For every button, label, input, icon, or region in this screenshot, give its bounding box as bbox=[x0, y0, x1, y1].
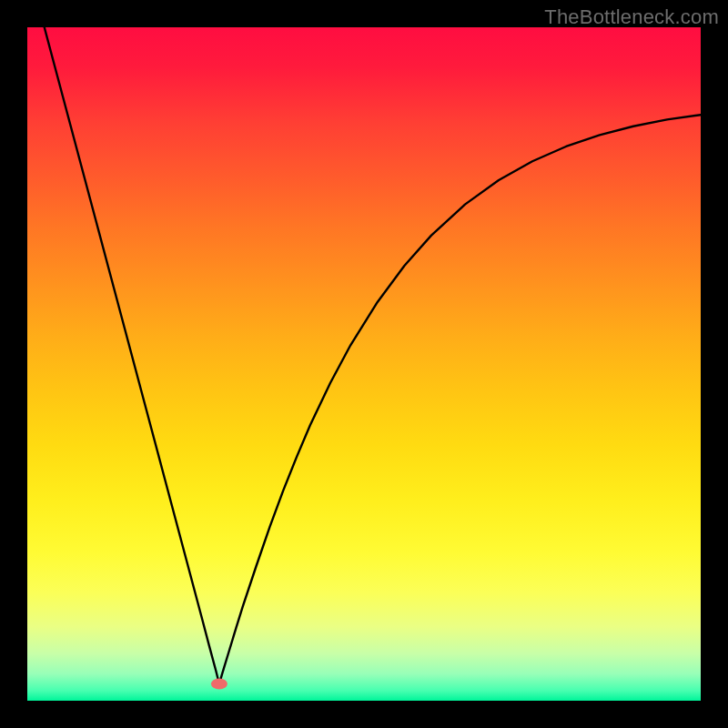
chart-frame: TheBottleneck.com bbox=[0, 0, 728, 728]
plot-area bbox=[27, 27, 701, 701]
curve-layer bbox=[27, 27, 701, 701]
svg-point-0 bbox=[211, 679, 228, 690]
watermark-text: TheBottleneck.com bbox=[544, 5, 719, 29]
bottleneck-curve bbox=[27, 27, 701, 684]
minimum-marker bbox=[211, 679, 228, 690]
